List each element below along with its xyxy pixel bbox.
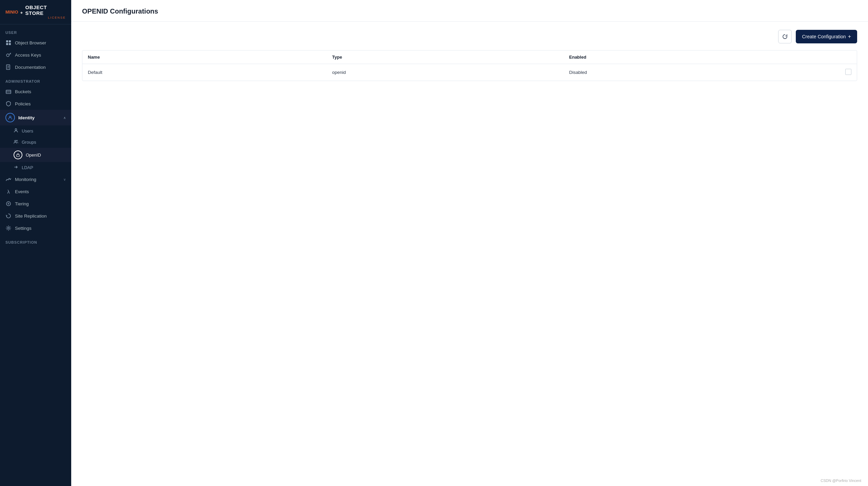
sidebar-item-access-keys[interactable]: Access Keys <box>0 49 71 61</box>
section-subscription-label: Subscription <box>0 234 71 246</box>
access-keys-label: Access Keys <box>15 53 41 58</box>
users-label: Users <box>22 128 33 134</box>
policies-label: Policies <box>15 101 31 106</box>
create-configuration-button[interactable]: Create Configuration + <box>796 30 857 43</box>
sidebar-item-events[interactable]: λ Events <box>0 185 71 198</box>
sidebar-item-object-browser[interactable]: Object Browser <box>0 37 71 49</box>
documentation-label: Documentation <box>15 65 46 70</box>
main-content: OPENID Configurations Create Configurati… <box>71 0 868 486</box>
sidebar-logo: MINIO ◆ OBJECT STORE LICENSE <box>0 0 71 24</box>
create-icon: + <box>848 34 851 40</box>
sidebar-item-settings[interactable]: Settings <box>0 222 71 234</box>
configurations-table: Name Type Enabled Default openid Disable… <box>82 50 857 81</box>
users-icon <box>14 128 18 134</box>
svg-rect-1 <box>9 40 11 42</box>
groups-icon <box>14 139 18 145</box>
sidebar-item-monitoring[interactable]: Monitoring ∨ <box>0 173 71 185</box>
sidebar-item-identity[interactable]: Identity ∧ <box>0 110 71 125</box>
identity-icon <box>5 113 15 122</box>
minio-prefix: MINIO <box>5 9 18 15</box>
ldap-icon <box>14 165 18 170</box>
svg-line-6 <box>10 54 11 54</box>
events-icon: λ <box>5 188 12 195</box>
svg-rect-2 <box>6 43 8 45</box>
svg-rect-18 <box>17 155 19 157</box>
monitoring-icon <box>5 176 12 182</box>
cell-enabled: Disabled <box>564 64 840 81</box>
site-replication-label: Site Replication <box>15 214 47 219</box>
monitoring-chevron-icon: ∨ <box>63 178 66 181</box>
buckets-label: Buckets <box>15 89 31 94</box>
footer-note: CSDN @Porfirio Vincent <box>821 479 861 483</box>
table-header: Name Type Enabled <box>82 50 857 64</box>
cell-actions <box>840 64 857 81</box>
svg-rect-0 <box>6 40 8 42</box>
refresh-icon <box>782 34 788 39</box>
sidebar-subitem-openid[interactable]: OpenID <box>0 148 71 162</box>
configurations-table-container: Name Type Enabled Default openid Disable… <box>82 50 857 81</box>
sidebar-item-tiering[interactable]: Tiering <box>0 198 71 210</box>
object-browser-icon <box>5 40 12 46</box>
logo-divider: ◆ <box>20 11 23 14</box>
object-browser-label: Object Browser <box>15 40 46 45</box>
logo-text-block: OBJECT STORE LICENSE <box>25 5 66 19</box>
col-enabled: Enabled <box>564 50 840 64</box>
sidebar-subitem-groups[interactable]: Groups <box>0 137 71 148</box>
settings-label: Settings <box>15 226 32 231</box>
tiering-label: Tiering <box>15 201 29 206</box>
tiering-icon <box>5 201 12 207</box>
openid-icon <box>14 150 22 159</box>
openid-label: OpenID <box>26 153 41 158</box>
events-label: Events <box>15 189 29 194</box>
svg-rect-3 <box>9 43 11 45</box>
policies-icon <box>5 101 12 107</box>
content-area: Create Configuration + Name Type Enabled <box>71 22 868 486</box>
settings-icon <box>5 225 12 231</box>
page-title: OPENID Configurations <box>82 7 857 15</box>
logo-brand: OBJECT STORE <box>25 5 66 16</box>
svg-point-4 <box>6 54 9 57</box>
table-row[interactable]: Default openid Disabled <box>82 64 857 81</box>
monitoring-label: Monitoring <box>15 177 36 182</box>
buckets-icon <box>5 88 12 95</box>
col-name: Name <box>82 50 327 64</box>
sidebar: MINIO ◆ OBJECT STORE LICENSE User Object… <box>0 0 71 486</box>
cell-type: openid <box>327 64 564 81</box>
svg-point-15 <box>15 129 17 130</box>
groups-label: Groups <box>22 140 36 145</box>
table-body: Default openid Disabled <box>82 64 857 81</box>
svg-point-20 <box>8 227 9 229</box>
create-configuration-label: Create Configuration <box>802 34 846 39</box>
sidebar-subitem-users[interactable]: Users <box>0 125 71 137</box>
toolbar: Create Configuration + <box>82 30 857 43</box>
access-keys-icon <box>5 52 12 58</box>
logo-license: LICENSE <box>25 16 66 19</box>
col-type: Type <box>327 50 564 64</box>
refresh-button[interactable] <box>778 30 792 43</box>
page-header: OPENID Configurations <box>71 0 868 22</box>
sidebar-item-documentation[interactable]: Documentation <box>0 61 71 73</box>
section-admin-label: Administrator <box>0 73 71 85</box>
site-replication-icon <box>5 213 12 219</box>
identity-label: Identity <box>18 115 35 120</box>
identity-chevron-icon: ∧ <box>63 116 66 120</box>
ldap-label: LDAP <box>22 165 33 170</box>
svg-point-17 <box>17 140 18 141</box>
sidebar-item-policies[interactable]: Policies <box>0 98 71 110</box>
documentation-icon <box>5 64 12 70</box>
sidebar-subitem-ldap[interactable]: LDAP <box>0 162 71 173</box>
svg-rect-11 <box>6 90 11 94</box>
svg-point-16 <box>15 140 16 142</box>
sidebar-item-buckets[interactable]: Buckets <box>0 85 71 98</box>
cell-name: Default <box>82 64 327 81</box>
sidebar-item-site-replication[interactable]: Site Replication <box>0 210 71 222</box>
section-user-label: User <box>0 24 71 37</box>
row-checkbox[interactable] <box>845 69 851 75</box>
col-actions <box>840 50 857 64</box>
